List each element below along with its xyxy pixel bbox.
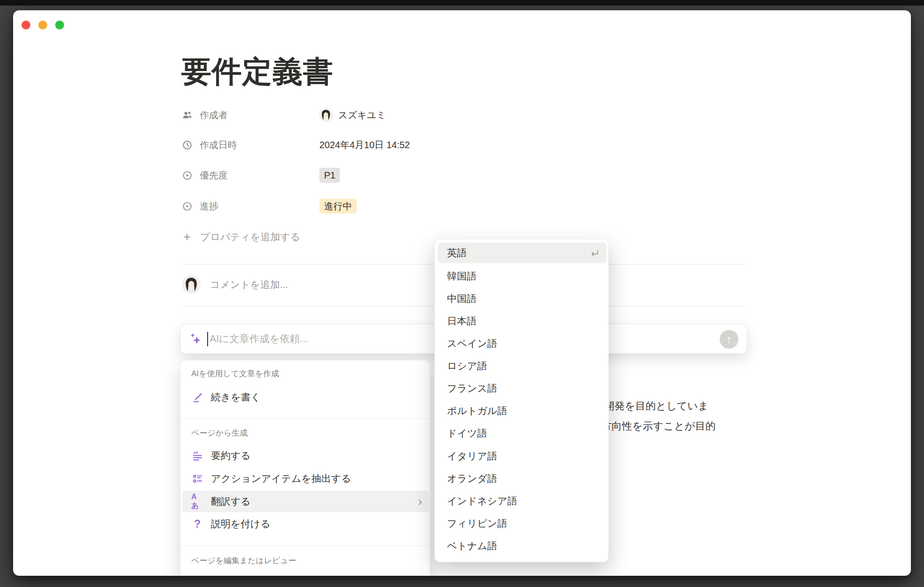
language-option[interactable]: 日本語 xyxy=(435,310,609,332)
language-option[interactable]: ロシア語 xyxy=(435,355,609,377)
translate-icon: Aあ xyxy=(191,495,203,508)
avatar xyxy=(182,276,200,294)
language-dropdown: 英語 韓国語 中国語 日本語 スペイン語 ロシア語 フランス語 ポルトガル語 ド… xyxy=(434,239,609,562)
language-option[interactable]: 韓国語 xyxy=(435,265,609,287)
property-label-text: 作成者 xyxy=(200,109,228,122)
zoom-button[interactable] xyxy=(55,21,64,29)
add-property-button[interactable]: + プロパティを追加する xyxy=(181,229,300,244)
menu-item-label: 要約する xyxy=(211,449,251,462)
arrow-up-icon: ↑ xyxy=(726,333,732,346)
creator-name: スズキユミ xyxy=(338,109,386,122)
language-option[interactable]: 中国語 xyxy=(435,287,609,310)
created-time: 2024年4月10日 14:52 xyxy=(319,139,410,151)
property-value-priority[interactable]: P1 xyxy=(319,168,340,183)
question-icon: ? xyxy=(191,518,203,530)
comment-row[interactable]: コメントを追加... xyxy=(182,275,288,294)
property-value-created-time[interactable]: 2024年4月10日 14:52 xyxy=(319,139,410,151)
body-text-fragment: 方向性を示すことが目的 xyxy=(601,420,716,432)
action-items-icon xyxy=(191,472,203,485)
property-label-text: 優先度 xyxy=(200,169,228,182)
summarize-icon xyxy=(191,450,203,462)
comment-placeholder: コメントを追加... xyxy=(210,278,288,291)
screen-top-strip xyxy=(0,0,924,6)
pencil-icon xyxy=(191,391,203,403)
menu-item-label: 翻訳する xyxy=(211,495,251,508)
menu-item-label: 続きを書く xyxy=(211,391,260,404)
submit-button[interactable]: ↑ xyxy=(720,330,738,349)
language-option[interactable]: ポルトガル語 xyxy=(435,400,609,422)
language-option[interactable]: ドイツ語 xyxy=(435,422,609,444)
property-value-progress[interactable]: 進行中 xyxy=(319,199,357,214)
minimize-button[interactable] xyxy=(38,21,47,29)
select-icon xyxy=(181,200,193,212)
language-option[interactable]: インドネシア語 xyxy=(435,490,609,512)
menu-item-summarize[interactable]: 要約する xyxy=(180,445,431,466)
app-window: 要件定義書 作成者 スズキユミ 作成日時 2024年4月10日 14:52 xyxy=(13,10,911,576)
menu-section-header: AIを使用して文章を作成 xyxy=(191,367,279,380)
property-row-created-time: 作成日時 2024年4月10日 14:52 xyxy=(181,137,410,153)
language-option-label: 英語 xyxy=(447,246,467,259)
ai-action-menu: AIを使用して文章を作成 続きを書く ページから生成 要約する アクションアイテ… xyxy=(180,360,430,576)
menu-divider xyxy=(180,418,431,419)
property-value-creator[interactable]: スズキユミ xyxy=(319,108,386,122)
language-option[interactable]: フランス語 xyxy=(435,377,609,400)
priority-tag: P1 xyxy=(319,168,340,183)
property-label-progress[interactable]: 進捗 xyxy=(181,200,319,213)
body-text-fragment: 開発を目的としていま xyxy=(604,400,708,412)
language-option[interactable]: オランダ語 xyxy=(435,467,609,490)
language-option-selected[interactable]: 英語 xyxy=(438,243,606,263)
language-option[interactable]: スペイン語 xyxy=(435,332,609,355)
page-title: 要件定義書 xyxy=(181,51,333,92)
people-icon xyxy=(181,109,193,121)
menu-section-header: ページを編集またはレビュー xyxy=(191,554,296,567)
ai-sparkles-icon xyxy=(189,332,202,345)
text-caret xyxy=(207,332,208,346)
property-row-priority: 優先度 P1 xyxy=(181,167,340,183)
property-row-creator: 作成者 スズキユミ xyxy=(181,107,386,123)
menu-divider xyxy=(180,545,431,546)
property-label-creator[interactable]: 作成者 xyxy=(181,109,319,122)
menu-item-label: アクションアイテムを抽出する xyxy=(211,472,351,485)
window-controls xyxy=(22,21,64,29)
menu-section-header: ページから生成 xyxy=(191,426,248,439)
select-icon xyxy=(181,170,193,181)
property-label-text: 進捗 xyxy=(200,200,218,213)
chevron-right-icon: › xyxy=(418,494,422,509)
return-icon xyxy=(589,248,600,261)
menu-item-translate[interactable]: Aあ 翻訳する › xyxy=(182,491,429,512)
property-row-progress: 進捗 進行中 xyxy=(181,198,357,214)
menu-item-extract-action-items[interactable]: アクションアイテムを抽出する xyxy=(180,468,431,489)
menu-item-continue-writing[interactable]: 続きを書く xyxy=(180,387,431,408)
language-option[interactable]: イタリア語 xyxy=(435,445,609,467)
language-option[interactable]: ベトナム語 xyxy=(435,535,609,557)
avatar xyxy=(319,108,332,122)
language-option[interactable]: フィリピン語 xyxy=(435,512,609,535)
menu-item-explain[interactable]: ? 説明を付ける xyxy=(180,513,431,535)
clock-icon xyxy=(181,139,193,150)
property-label-priority[interactable]: 優先度 xyxy=(181,169,319,182)
plus-icon: + xyxy=(181,231,193,243)
property-label-created-time[interactable]: 作成日時 xyxy=(181,139,319,151)
close-button[interactable] xyxy=(22,21,30,29)
status-badge: 進行中 xyxy=(319,199,357,214)
add-property-label: プロパティを追加する xyxy=(200,230,300,243)
menu-item-label: 説明を付ける xyxy=(211,517,270,530)
property-label-text: 作成日時 xyxy=(200,139,237,151)
